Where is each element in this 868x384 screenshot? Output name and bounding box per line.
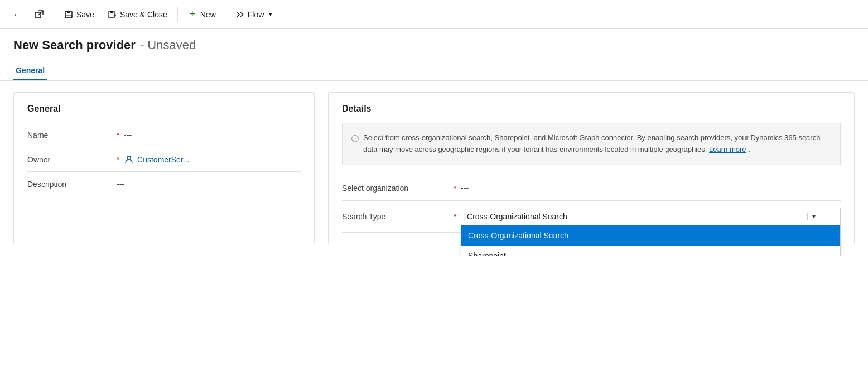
search-type-field-row: Search Type * Cross-Organizational Searc…: [342, 201, 841, 233]
toolbar: ← Save Save & Clos: [0, 0, 868, 29]
back-button[interactable]: ←: [7, 7, 27, 22]
page-title: New Search provider: [13, 38, 136, 52]
toolbar-divider-2: [177, 7, 178, 22]
toolbar-divider-3: [226, 7, 226, 22]
search-type-chevron-icon: ▾: [807, 213, 820, 220]
save-label: Save: [76, 10, 94, 19]
tabs: General: [0, 55, 868, 81]
page-header: New Search provider - Unsaved: [0, 29, 868, 52]
info-icon: ⓘ: [351, 133, 359, 156]
main-content: General Name * --- Owner * Cus: [0, 81, 868, 256]
owner-value[interactable]: CustomerSer...: [124, 155, 189, 165]
page-unsaved-label: - Unsaved: [140, 38, 196, 52]
back-icon: ←: [12, 10, 21, 19]
name-field-row: Name * ---: [27, 123, 301, 147]
search-type-dropdown[interactable]: Cross-Organizational Search ▾ Cross-Orga…: [461, 208, 841, 225]
toolbar-divider-1: [54, 7, 54, 22]
save-button[interactable]: Save: [59, 7, 100, 22]
description-value[interactable]: ---: [117, 180, 124, 189]
select-org-required: *: [454, 184, 456, 193]
svg-point-6: [127, 156, 131, 160]
info-text: Select from cross-organizational search,…: [363, 132, 831, 156]
tab-general[interactable]: General: [13, 61, 47, 80]
new-icon: +: [188, 10, 197, 19]
search-type-selected-value: Cross-Organizational Search: [467, 212, 567, 221]
svg-rect-2: [67, 11, 70, 13]
flow-icon: [237, 10, 245, 19]
new-button[interactable]: + New: [182, 7, 221, 22]
name-label: Name: [27, 131, 117, 140]
save-close-icon: [108, 10, 117, 19]
description-label: Description: [27, 180, 117, 189]
save-close-label: Save & Close: [120, 10, 167, 19]
name-value[interactable]: ---: [124, 131, 132, 140]
description-field-row: Description ---: [27, 172, 301, 196]
details-panel: Details ⓘ Select from cross-organization…: [328, 92, 855, 244]
save-close-button[interactable]: Save & Close: [102, 7, 173, 22]
general-panel: General Name * --- Owner * Cus: [13, 92, 315, 244]
name-required: *: [117, 131, 119, 139]
select-org-field-row: Select organization * ---: [342, 176, 841, 201]
owner-field-row: Owner * CustomerSer...: [27, 147, 301, 172]
flow-chevron-icon: ▾: [266, 10, 275, 19]
select-org-value[interactable]: ---: [461, 184, 469, 193]
flow-label: Flow: [248, 10, 264, 19]
general-panel-title: General: [27, 104, 301, 114]
search-type-dropdown-menu: Cross-Organizational Search Sharepoint M…: [461, 225, 841, 256]
details-panel-title: Details: [342, 104, 841, 114]
new-label: New: [200, 10, 216, 19]
learn-more-link[interactable]: Learn more: [709, 145, 746, 153]
search-type-label: Search Type: [342, 212, 454, 221]
owner-icon: [124, 155, 134, 165]
open-new-window-icon: [35, 10, 44, 19]
owner-label: Owner: [27, 155, 117, 164]
dropdown-option-cross-org[interactable]: Cross-Organizational Search: [461, 225, 840, 246]
save-icon: [64, 10, 73, 19]
search-type-dropdown-display[interactable]: Cross-Organizational Search ▾: [461, 208, 841, 225]
dropdown-option-sharepoint[interactable]: Sharepoint: [461, 246, 840, 256]
info-box: ⓘ Select from cross-organizational searc…: [342, 123, 841, 165]
flow-button[interactable]: Flow ▾: [231, 7, 281, 22]
svg-rect-5: [110, 11, 113, 13]
owner-required: *: [117, 155, 119, 164]
open-new-window-button[interactable]: [29, 7, 49, 22]
search-type-required: *: [454, 212, 456, 220]
select-org-label: Select organization: [342, 184, 454, 193]
